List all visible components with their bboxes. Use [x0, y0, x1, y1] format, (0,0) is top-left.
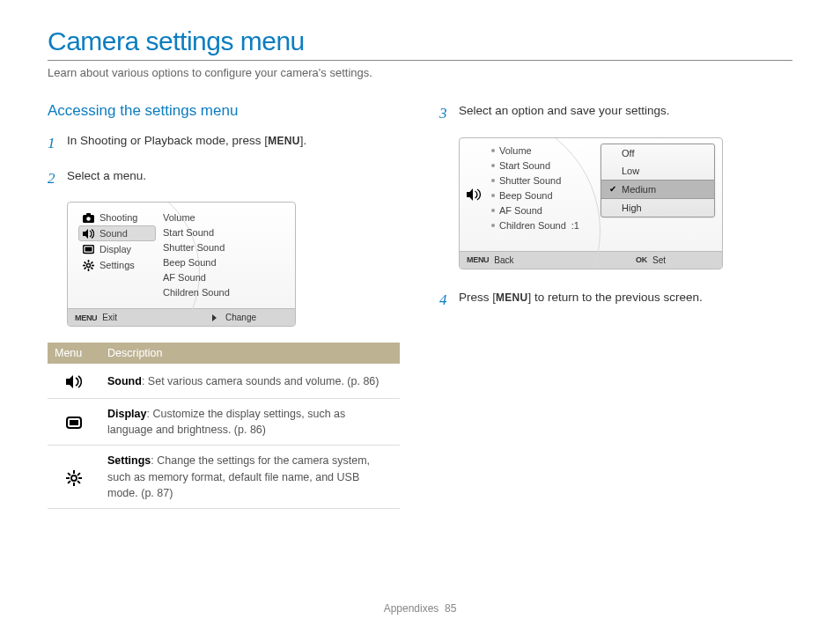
svg-point-2 [86, 217, 90, 220]
step-number: 4 [439, 289, 452, 312]
set-label: Set [652, 255, 666, 265]
label: Children Sound [499, 220, 566, 231]
svg-point-16 [71, 476, 77, 481]
display-icon [82, 244, 94, 254]
step-4: 4 Press [MENU] to return to the previous… [439, 289, 792, 312]
label: Display [107, 408, 146, 420]
value-popup: Off Low ✔Medium High [601, 144, 715, 217]
svg-rect-15 [70, 420, 78, 425]
dot-icon [491, 179, 495, 182]
footer-page: 85 [445, 602, 456, 615]
label: Settings [107, 454, 151, 467]
table-row: Settings: Change the settings for the ca… [48, 446, 400, 508]
right-column: 3 Select an option and save your setting… [439, 102, 792, 509]
value: :1 [571, 220, 585, 231]
dot-icon [491, 209, 495, 212]
page-title: Camera settings menu [48, 26, 792, 56]
submenu-item[interactable]: Shutter Sound [163, 240, 295, 254]
col-menu: Menu [48, 343, 100, 364]
left-column: Accessing the settings menu 1 In Shootin… [48, 102, 401, 509]
footer-section: Appendixes [384, 602, 439, 615]
label: Shutter Sound [499, 175, 561, 186]
label: AF Sound [499, 205, 542, 216]
svg-point-5 [86, 263, 90, 267]
option-item[interactable]: Volume [491, 144, 585, 158]
svg-rect-4 [85, 247, 92, 251]
svg-rect-6 [87, 260, 89, 262]
option-item[interactable]: Start Sound [491, 158, 585, 173]
svg-rect-24 [77, 472, 80, 476]
svg-rect-8 [83, 264, 85, 266]
option-item[interactable]: AF Sound [491, 203, 585, 218]
text: : Set various camera sounds and volume. … [142, 375, 379, 387]
step-number: 2 [48, 167, 60, 190]
label: High [622, 203, 642, 213]
svg-rect-21 [67, 472, 70, 476]
step-number: 3 [439, 102, 452, 125]
submenu-item[interactable]: Volume [163, 210, 295, 225]
svg-rect-11 [90, 266, 92, 269]
submenu-item[interactable]: Start Sound [163, 225, 295, 240]
step-text: Select an option and save your settings. [459, 102, 669, 125]
page-footer: Appendixes 85 [0, 602, 840, 615]
text: Press [ [459, 291, 496, 304]
menu-category-list: Shooting Sound Display Settings [68, 203, 156, 308]
option-item[interactable]: Children Sound:1 [491, 218, 585, 233]
text: ] to return to the previous screen. [528, 291, 703, 304]
label: Medium [622, 184, 656, 195]
table-row: Sound: Set various camera sounds and vol… [48, 364, 400, 399]
change-label: Change [225, 313, 256, 322]
dot-icon [491, 164, 495, 167]
ok-key-label: OK [636, 255, 647, 264]
step-text: Select a menu. [67, 167, 146, 190]
popup-item[interactable]: High [601, 199, 714, 217]
svg-rect-20 [78, 477, 82, 479]
svg-rect-9 [92, 264, 94, 266]
submenu-item[interactable]: AF Sound [163, 269, 295, 284]
label: Settings [99, 260, 135, 270]
menu-item-shooting[interactable]: Shooting [78, 210, 156, 225]
label: Start Sound [499, 160, 550, 171]
menu-description-table: Menu Description Sound: Set various came… [48, 343, 400, 509]
label: Sound [99, 228, 128, 239]
option-item[interactable]: Shutter Sound [491, 173, 585, 188]
menu-item-display[interactable]: Display [78, 241, 156, 257]
camera-screen-menu: Shooting Sound Display Settings [67, 202, 296, 327]
submenu-item[interactable]: Children Sound [163, 284, 295, 299]
svg-rect-22 [77, 480, 80, 483]
display-icon [48, 399, 100, 446]
submenu-list: Volume Start Sound Shutter Sound Beep So… [156, 203, 295, 308]
step-2: 2 Select a menu. [48, 167, 401, 190]
svg-rect-7 [87, 269, 89, 271]
submenu-item[interactable]: Beep Sound [163, 254, 295, 269]
menu-item-sound[interactable]: Sound [78, 225, 156, 241]
text: ]. [300, 134, 307, 147]
svg-rect-13 [90, 261, 92, 263]
label: Volume [499, 145, 532, 156]
option-item[interactable]: Beep Sound [491, 188, 585, 203]
option-list: Volume Start Sound Shutter Sound Beep So… [488, 138, 585, 251]
gear-icon [48, 446, 100, 508]
svg-rect-17 [73, 470, 75, 474]
svg-rect-19 [66, 477, 70, 479]
step-number: 1 [48, 132, 60, 155]
cell: Sound: Set various camera sounds and vol… [100, 364, 400, 399]
section-heading: Accessing the settings menu [48, 102, 401, 120]
table-row: Display: Customize the display settings,… [48, 399, 400, 446]
label: Shooting [99, 212, 137, 223]
popup-item-selected[interactable]: ✔Medium [601, 180, 714, 199]
menu-item-settings[interactable]: Settings [78, 257, 156, 273]
check-icon: ✔ [608, 185, 617, 194]
menu-button-label: MENU [268, 135, 300, 147]
sound-icon [82, 228, 94, 239]
divider [48, 60, 792, 61]
sound-icon [48, 364, 100, 399]
step-1: 1 In Shooting or Playback mode, press [M… [48, 132, 401, 155]
step-text: Press [MENU] to return to the previous s… [459, 289, 703, 312]
svg-rect-10 [84, 261, 86, 263]
popup-item[interactable]: Low [601, 162, 714, 180]
col-description: Description [100, 343, 400, 364]
popup-item[interactable]: Off [601, 144, 714, 162]
check-icon [608, 149, 617, 158]
svg-rect-12 [84, 266, 86, 269]
